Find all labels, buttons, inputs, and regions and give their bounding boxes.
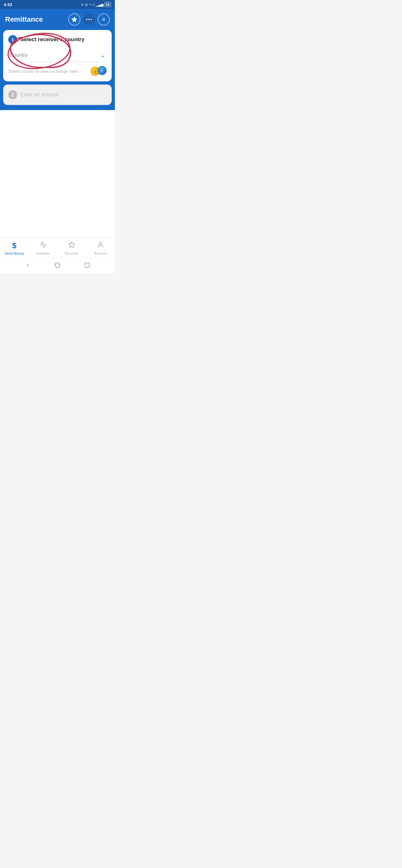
main-content: 1 Select receiver's country Country ⌄ Se… <box>0 30 115 110</box>
status-icons: ∗ ◎ ≈ ⫄ ▁▃▅ 66 <box>81 2 111 7</box>
step2-badge: 2 <box>8 90 17 99</box>
star-nav-icon <box>68 241 75 250</box>
header-actions <box>68 13 110 26</box>
close-button[interactable] <box>98 13 110 26</box>
svg-point-3 <box>91 19 92 20</box>
exchange-hint: Select country to view exchange rates 💰 … <box>8 62 106 76</box>
country-label: Country <box>9 52 27 58</box>
step1-header: 1 Select receiver's country <box>3 30 112 48</box>
svg-point-8 <box>99 242 101 244</box>
exchange-hint-text: Select country to view exchange rates <box>8 69 78 74</box>
step2-placeholder: Enter an amount <box>21 92 58 98</box>
location-icon: ◎ <box>85 3 88 7</box>
country-section: Country ⌄ Select country to view exchang… <box>3 48 112 82</box>
svg-marker-7 <box>69 242 75 247</box>
person-icon <box>97 241 104 250</box>
bluetooth-icon: ∗ <box>81 3 84 7</box>
android-nav-bar <box>0 257 115 273</box>
chevron-down-icon: ⌄ <box>100 52 105 59</box>
app-header: Remittance <box>0 9 115 30</box>
step2-card: 2 Enter an amount <box>3 85 112 105</box>
svg-rect-10 <box>85 263 90 268</box>
step1-badge: 1 <box>8 35 17 44</box>
activity-icon <box>39 241 47 250</box>
svg-marker-0 <box>72 17 77 22</box>
empty-content-area <box>0 110 115 238</box>
nav-activities[interactable]: Activities <box>29 241 57 255</box>
nav-send-money[interactable]: $ Send Money <box>0 241 29 255</box>
app-title: Remittance <box>5 15 43 24</box>
svg-point-9 <box>55 263 60 268</box>
wifi-icon: ≈ <box>89 3 91 6</box>
step1-card: 1 Select receiver's country Country ⌄ Se… <box>3 30 112 82</box>
svg-point-1 <box>86 19 87 20</box>
nav-receiver[interactable]: Receiver <box>57 241 86 255</box>
svg-point-2 <box>88 19 90 20</box>
nav-account[interactable]: Account <box>86 241 115 255</box>
step1-title: Select receiver's country <box>21 36 85 43</box>
dollar-icon: $ <box>12 241 16 250</box>
signal-bars-icon: ▁▃▅ <box>96 3 103 7</box>
nav-activities-label: Activities <box>36 251 50 255</box>
status-bar: 4:43 ∗ ◎ ≈ ⫄ ▁▃▅ 66 <box>0 0 115 9</box>
recent-button[interactable] <box>83 261 92 270</box>
blue-coin-icon: € <box>98 66 106 75</box>
nav-receiver-label: Receiver <box>65 251 79 255</box>
star-button[interactable] <box>68 13 81 26</box>
home-button[interactable] <box>53 261 62 270</box>
bottom-navigation: $ Send Money Activities Receiver Account <box>0 238 115 257</box>
signal-icon: ⫄ <box>93 3 94 6</box>
nav-send-money-label: Send Money <box>4 251 24 255</box>
nav-account-label: Account <box>94 251 107 255</box>
coins-illustration: 💰 € <box>91 66 106 76</box>
battery-indicator: 66 <box>105 2 111 7</box>
status-time: 4:43 <box>4 2 12 7</box>
country-dropdown[interactable]: Country ⌄ <box>8 48 106 62</box>
more-button[interactable] <box>83 13 95 26</box>
back-button[interactable] <box>23 261 32 270</box>
